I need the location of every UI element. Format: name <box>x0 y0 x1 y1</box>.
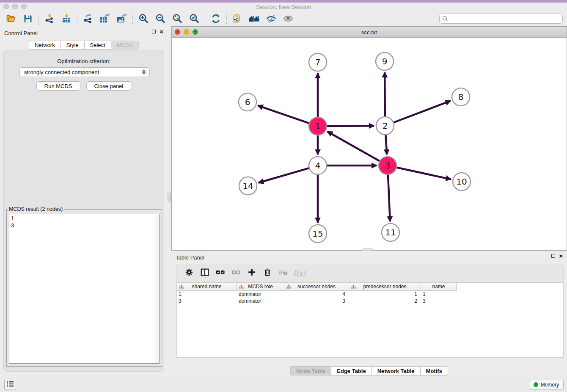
open-file-button[interactable] <box>3 12 19 25</box>
cell-successor-nodes[interactable]: 3 <box>284 298 349 304</box>
zoom-network-button[interactable]: + <box>193 29 198 35</box>
float-panel-icon[interactable] <box>551 254 555 258</box>
zoom-fit-button[interactable] <box>169 12 186 25</box>
column-label: successor nodes <box>297 284 336 290</box>
export-table-button[interactable] <box>96 12 113 25</box>
show-log-button[interactable] <box>4 380 16 389</box>
column-header-successor-nodes[interactable]: successor nodes <box>284 283 349 291</box>
graph-node-3[interactable]: 3 <box>379 157 396 174</box>
close-panel-icon[interactable]: × <box>160 30 163 33</box>
cell-shared-name[interactable]: 3 <box>177 298 237 304</box>
zoom-window-button[interactable] <box>21 4 27 9</box>
delete-table-button[interactable] <box>275 266 291 280</box>
show-all-button[interactable] <box>280 12 297 25</box>
cell-predecessor-nodes[interactable]: 1 <box>349 291 421 298</box>
graph-node-6[interactable]: 6 <box>239 93 256 111</box>
close-panel-button[interactable]: Close panel <box>86 81 132 91</box>
graph-edge-2-3[interactable] <box>385 134 387 155</box>
select-all-columns-button[interactable] <box>212 266 228 280</box>
cell-shared-name[interactable]: 1 <box>177 291 237 298</box>
table-settings-button[interactable] <box>181 266 197 280</box>
show-columns-button[interactable] <box>197 266 212 280</box>
graph-edge-2-8[interactable] <box>393 101 451 123</box>
graph-node-11[interactable]: 11 <box>382 224 399 241</box>
shared-column-icon <box>351 284 356 290</box>
column-label: name <box>432 284 445 290</box>
cell-predecessor-nodes[interactable]: 2 <box>349 298 421 304</box>
graph-node-7[interactable]: 7 <box>309 53 327 71</box>
graph-edge-1-6[interactable] <box>258 105 310 123</box>
run-mcds-button[interactable]: Run MCDS <box>36 81 80 91</box>
table-row[interactable]: 3 dominator 3 2 3 <box>177 298 563 304</box>
graph-node-14[interactable]: 14 <box>239 177 257 195</box>
mcds-result-textarea[interactable]: 1 3 <box>9 214 160 364</box>
tab-motifs[interactable]: Motifs <box>420 366 448 375</box>
import-network-button[interactable] <box>41 12 58 25</box>
function-builder-button[interactable]: f(x) <box>291 266 306 280</box>
tab-network-table[interactable]: Network Table <box>372 366 420 375</box>
hide-selected-button[interactable] <box>263 12 280 25</box>
refresh-button[interactable] <box>207 12 224 25</box>
create-column-button[interactable] <box>244 266 259 280</box>
close-window-button[interactable] <box>3 4 9 9</box>
tab-network[interactable]: Network <box>29 41 61 50</box>
deselect-all-columns-button[interactable] <box>228 266 244 280</box>
graph-node-15[interactable]: 15 <box>309 225 327 243</box>
graph-node-9[interactable]: 9 <box>376 52 394 70</box>
zoom-selected-button[interactable] <box>186 12 203 25</box>
graph-edge-3-10[interactable] <box>396 167 451 179</box>
delete-column-button[interactable] <box>259 266 275 280</box>
optimization-criterion-select[interactable]: strongly connected component <box>19 67 150 77</box>
cell-mcds-role[interactable]: dominator <box>237 291 284 298</box>
home-layout-button[interactable] <box>246 12 263 25</box>
import-table-button[interactable] <box>58 12 75 25</box>
graph-node-4[interactable]: 4 <box>309 157 327 174</box>
tab-mcds[interactable]: MCDS <box>111 41 139 50</box>
tab-select[interactable]: Select <box>84 41 111 50</box>
new-network-from-selection-button[interactable] <box>229 12 246 25</box>
cell-name[interactable]: 3 <box>421 298 457 304</box>
graph-edge-1-2[interactable] <box>326 126 374 126</box>
result-scrollbar[interactable] <box>155 215 159 363</box>
column-header-shared-name[interactable]: shared name <box>177 283 237 291</box>
tab-edge-table[interactable]: Edge Table <box>331 366 371 375</box>
tab-style[interactable]: Style <box>61 41 84 50</box>
graph-node-2[interactable]: 2 <box>376 117 394 135</box>
zoom-selected-icon <box>189 13 200 24</box>
network-window-titlebar[interactable]: scc.txt × − + <box>172 27 567 38</box>
zoom-in-button[interactable] <box>135 12 152 25</box>
cell-mcds-role[interactable]: dominator <box>237 298 284 304</box>
export-network-button[interactable] <box>80 12 96 25</box>
export-image-button[interactable] <box>113 12 130 25</box>
close-network-button[interactable]: × <box>175 29 180 35</box>
graph-node-label: 2 <box>383 121 388 131</box>
graph-edge-3-11[interactable] <box>388 174 390 221</box>
graph-edge-3-1[interactable] <box>328 132 381 162</box>
graph-node-8[interactable]: 8 <box>452 88 470 106</box>
save-session-button[interactable] <box>19 12 36 25</box>
cell-name[interactable]: 1 <box>421 291 457 298</box>
column-header-name[interactable]: name <box>421 283 457 291</box>
graph-node-1[interactable]: 1 <box>309 117 327 135</box>
network-canvas[interactable]: 7968124314101511 <box>172 38 567 250</box>
vertical-splitter-handle[interactable] <box>168 193 171 202</box>
zoom-out-icon <box>155 13 166 24</box>
cell-successor-nodes[interactable]: 4 <box>284 291 349 298</box>
minimize-window-button[interactable] <box>12 4 18 9</box>
search-input[interactable] <box>439 14 563 24</box>
tab-node-table[interactable]: Node Table <box>290 366 331 375</box>
close-panel-icon[interactable]: × <box>559 254 563 258</box>
graph-edge-4-14[interactable] <box>259 168 310 182</box>
memory-button[interactable]: Memory <box>529 380 564 389</box>
column-header-mcds-role[interactable]: MCDS role <box>237 283 284 291</box>
minimize-network-button[interactable]: − <box>184 29 189 35</box>
table-row[interactable]: 1 dominator 4 1 1 <box>177 291 563 298</box>
main-titlebar: Session: New Session <box>0 3 567 11</box>
graph-node-10[interactable]: 10 <box>453 173 471 190</box>
table-toolbar: f(x) <box>176 264 564 282</box>
graph-edge-2-9[interactable] <box>385 72 385 118</box>
column-header-predecessor-nodes[interactable]: predecessor nodes <box>349 283 421 291</box>
float-panel-icon[interactable] <box>152 30 156 33</box>
zoom-out-button[interactable] <box>152 12 169 25</box>
network-graph[interactable]: 7968124314101511 <box>172 38 567 250</box>
